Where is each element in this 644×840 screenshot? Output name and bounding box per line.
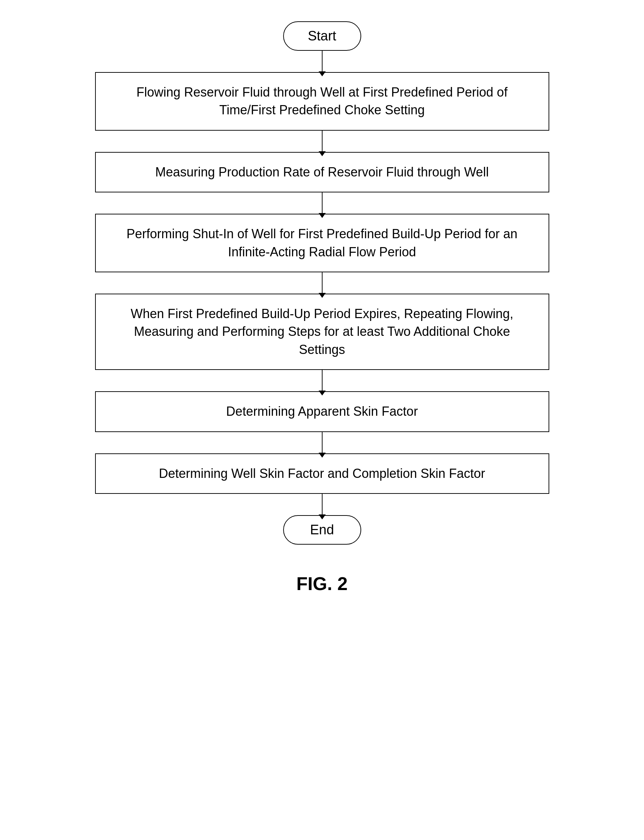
- node-measuring: Measuring Production Rate of Reservoir F…: [95, 152, 549, 193]
- node-shutin: Performing Shut-In of Well for First Pre…: [95, 214, 549, 272]
- node-well-skin: Determining Well Skin Factor and Complet…: [95, 453, 549, 494]
- arrow-6: [322, 432, 322, 453]
- start-terminal: Start: [283, 21, 361, 51]
- arrow-7: [322, 494, 322, 515]
- arrow-2: [322, 131, 322, 152]
- arrow-5: [322, 370, 322, 391]
- node-flowing: Flowing Reservoir Fluid through Well at …: [95, 72, 549, 131]
- node-apparent-skin: Determining Apparent Skin Factor: [95, 391, 549, 432]
- arrow-3: [322, 193, 322, 214]
- node-repeating: When First Predefined Build-Up Period Ex…: [95, 293, 549, 370]
- flowchart-container: Start Flowing Reservoir Fluid through We…: [74, 21, 570, 545]
- end-terminal: End: [283, 515, 361, 545]
- arrow-4: [322, 272, 322, 293]
- arrow-1: [322, 51, 322, 72]
- figure-label: FIG. 2: [296, 573, 347, 594]
